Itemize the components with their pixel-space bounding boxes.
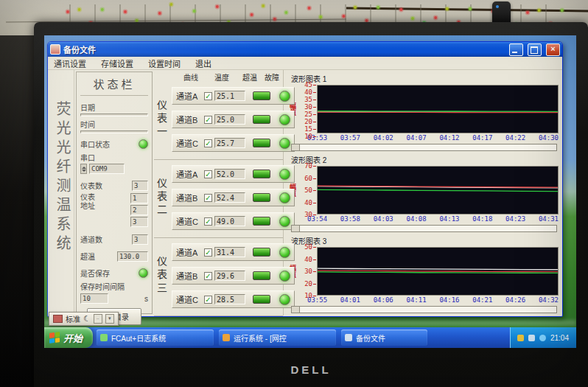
header-fault: 故障: [265, 72, 279, 83]
channel-row: 通道A✓31.4: [172, 243, 295, 261]
fault-led: [279, 294, 290, 305]
waveform-chart: 波形图表 1幅值454035302520151003:5303:5704:020…: [288, 71, 559, 152]
status-panel: 状态栏 日期 2016年7月16日 时间 21:04:33 串口状态 串口 CO…: [76, 72, 153, 314]
close-button[interactable]: ×: [546, 43, 560, 56]
curve-checkbox[interactable]: ✓: [204, 170, 212, 178]
save-interval-label: 保存时间间隔: [80, 281, 148, 292]
chart-scrollbar[interactable]: [291, 144, 557, 151]
instrument-name: 仪表一: [156, 100, 169, 139]
curve-checkbox[interactable]: ✓: [204, 194, 212, 202]
fault-led: [279, 247, 290, 258]
dell-logo: DELL: [290, 363, 331, 376]
taskbar-task-backup-file[interactable]: 备份文件: [341, 330, 427, 346]
fault-led: [279, 114, 290, 125]
channel-rows: 通道A✓31.4通道B✓29.6通道C✓28.5: [172, 243, 295, 308]
instrument-count-label: 仪表数: [80, 180, 102, 191]
app-icon: [50, 44, 60, 55]
address-3-field[interactable]: 3: [130, 217, 148, 227]
channel-rows: 通道A✓52.0通道B✓52.4通道C✓49.0: [172, 165, 295, 230]
menu-exit[interactable]: 退出: [195, 57, 211, 69]
save-led: [139, 268, 148, 278]
start-button[interactable]: 开始: [44, 327, 93, 348]
instrument-group: 仪表三通道A✓31.4通道B✓29.6通道C✓28.5: [154, 238, 283, 316]
y-tick-label: 10: [304, 133, 316, 140]
tray-clock: 21:04: [550, 334, 569, 342]
save-interval-field[interactable]: 10: [80, 293, 108, 304]
curve-checkbox[interactable]: ✓: [204, 272, 212, 280]
chart-body: 幅值5040302010: [288, 247, 559, 296]
temperature-display: 25.1: [214, 91, 245, 101]
y-tick-label: 25: [304, 111, 316, 118]
x-tick-label: 04:22: [505, 134, 525, 142]
minimize-langbar-icon[interactable]: ▾: [105, 314, 114, 324]
waveform-lines: [318, 86, 558, 133]
temperature-display: 29.6: [214, 271, 245, 281]
y-axis-ticks: 7060504030: [298, 162, 317, 218]
overtemp-led: [253, 271, 270, 280]
chart-title: 波形图表 2: [291, 154, 559, 165]
chart-scrollbar[interactable]: [291, 306, 557, 313]
x-tick-label: 04:02: [374, 134, 393, 142]
status-panel-header: 状态栏: [80, 74, 148, 96]
task-icon: [345, 334, 352, 341]
y-tick-label: 20: [304, 280, 316, 287]
serial-port-select[interactable]: COM9: [80, 164, 148, 174]
curve-checkbox[interactable]: ✓: [204, 92, 212, 100]
window-title: 备份文件: [63, 43, 505, 55]
x-axis-ticks: 03:5403:5804:0304:0804:1304:1804:2304:31: [307, 215, 559, 223]
volume-icon[interactable]: [539, 335, 546, 341]
overtemp-led: [253, 115, 270, 124]
instrument-group: 仪表二通道A✓52.0通道B✓52.4通道C✓49.0: [154, 160, 283, 238]
y-axis-ticks: 5040302010: [298, 243, 317, 299]
instrument-groups: 仪表一通道A✓25.1通道B✓25.0通道C✓25.7仪表二通道A✓52.0通道…: [154, 82, 283, 316]
x-tick-label: 04:11: [407, 296, 427, 304]
taskbar-task-log-system[interactable]: FCAut+日志系统: [97, 330, 214, 346]
chart-body: 幅值7060504030: [288, 166, 559, 215]
address-2-field[interactable]: 2: [130, 205, 148, 215]
windows-logo-icon: [49, 332, 60, 343]
address-label: 仪表 地址: [80, 193, 95, 227]
curve-checkbox[interactable]: ✓: [204, 116, 212, 124]
overtemp-led: [253, 193, 270, 202]
curve-checkbox[interactable]: ✓: [204, 296, 212, 304]
x-tick-label: 04:21: [472, 296, 492, 304]
channel-row: 通道C✓25.7: [172, 134, 295, 152]
curve-checkbox[interactable]: ✓: [204, 217, 212, 226]
menu-storage-settings[interactable]: 存储设置: [101, 57, 133, 69]
curve-checkbox[interactable]: ✓: [204, 139, 212, 147]
maximize-button[interactable]: [528, 43, 542, 56]
minimize-button[interactable]: [509, 43, 523, 56]
chart-scrollbar[interactable]: [291, 225, 557, 232]
x-tick-label: 04:08: [407, 215, 427, 223]
app-window: 备份文件 × 通讯设置 存储设置 设置时间 退出 荧光光纤测温系统 状态栏 日期: [47, 41, 563, 317]
overtemp-led: [253, 139, 270, 147]
taskbar-task-run-system[interactable]: 运行系统 - [网控: [219, 330, 336, 346]
menu-set-time[interactable]: 设置时间: [148, 57, 181, 69]
overtemp-label: 超温: [80, 251, 95, 262]
x-tick-label: 03:58: [340, 215, 360, 223]
screen: 备份文件 × 通讯设置 存储设置 设置时间 退出 荧光光纤测温系统 状态栏 日期: [44, 35, 576, 348]
temperature-display: 28.5: [214, 294, 245, 304]
chart-body: 幅值4540353025201510: [288, 85, 559, 133]
menu-comm-settings[interactable]: 通讯设置: [54, 57, 86, 69]
language-bar[interactable]: 标准 ☾ ∙∙ ▾: [49, 312, 119, 326]
save-interval-unit: s: [144, 295, 148, 303]
tray-icon-2[interactable]: [528, 335, 535, 341]
overtemp-value: 130.0: [117, 251, 148, 262]
system-tray: 21:04: [510, 327, 576, 348]
window-titlebar[interactable]: 备份文件 ×: [48, 42, 562, 57]
spinner-icon[interactable]: [80, 164, 87, 174]
y-axis-ticks: 4540353025201510: [298, 81, 317, 137]
fault-led: [279, 216, 290, 227]
address-1-field[interactable]: 1: [130, 193, 148, 203]
serial-port-value: COM9: [89, 164, 125, 174]
options-icon[interactable]: ∙∙: [94, 314, 102, 324]
header-overtemp: 超温: [242, 72, 257, 83]
plot-area: [317, 85, 559, 133]
instrument-name: 仪表三: [156, 256, 169, 296]
channel-label: 通道A: [176, 168, 202, 180]
tray-icon-1[interactable]: [517, 335, 524, 341]
y-tick-label: 30: [304, 103, 316, 111]
curve-checkbox[interactable]: ✓: [204, 248, 212, 257]
system-vertical-title: 荧光光纤测温系统: [49, 70, 74, 315]
